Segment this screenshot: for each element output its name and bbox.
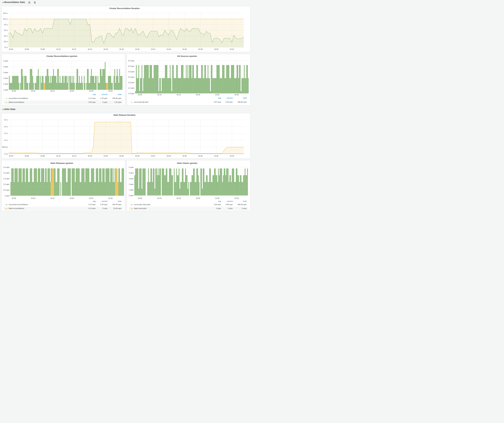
- svg-text:15:15: 15:15: [176, 197, 181, 199]
- svg-text:1.0 opm: 1.0 opm: [128, 93, 134, 94]
- svg-text:15:25: 15:25: [215, 197, 219, 199]
- svg-text:15:05: 15:05: [12, 197, 16, 199]
- svg-text:4 opm: 4 opm: [3, 66, 8, 68]
- svg-text:15:25: 15:25: [89, 90, 93, 92]
- svg-text:15:18: 15:18: [119, 48, 124, 50]
- svg-text:0 opm: 0 opm: [5, 195, 10, 197]
- svg-text:0 opm: 0 opm: [129, 194, 133, 196]
- svg-text:15:10: 15:10: [31, 90, 35, 92]
- svg-text:15:25: 15:25: [89, 197, 93, 199]
- svg-text:3.0 opm: 3.0 opm: [128, 71, 134, 73]
- svg-text:8.5 s: 8.5 s: [4, 35, 8, 37]
- svg-text:2.5 opm: 2.5 opm: [128, 76, 134, 78]
- svg-text:1.5 s: 1.5 s: [4, 132, 8, 134]
- svg-text:1 opm: 1 opm: [3, 83, 8, 85]
- svg-text:15:28: 15:28: [198, 48, 203, 50]
- svg-text:3 opm: 3 opm: [129, 178, 133, 180]
- svg-text:15:06: 15:06: [25, 155, 29, 157]
- svg-text:1 opm: 1 opm: [129, 189, 133, 191]
- svg-text:15:10: 15:10: [56, 155, 60, 157]
- svg-text:15:32: 15:32: [230, 48, 234, 50]
- svg-text:15:24: 15:24: [167, 48, 171, 50]
- svg-text:15:20: 15:20: [196, 94, 200, 96]
- svg-text:9.0 s: 9.0 s: [4, 29, 8, 31]
- svg-text:4.0 opm: 4.0 opm: [128, 60, 134, 62]
- svg-text:15:08: 15:08: [40, 48, 45, 50]
- svg-text:15:22: 15:22: [151, 48, 155, 50]
- svg-text:2.0 opm: 2.0 opm: [128, 82, 134, 83]
- svg-text:0.5 opm: 0.5 opm: [3, 189, 10, 191]
- svg-text:15:25: 15:25: [215, 94, 219, 96]
- svg-text:9.5 s: 9.5 s: [4, 24, 8, 26]
- svg-text:1.5 opm: 1.5 opm: [3, 178, 10, 180]
- svg-text:15:32: 15:32: [230, 155, 234, 157]
- svg-text:15:15: 15:15: [50, 197, 54, 199]
- svg-text:15:15: 15:15: [176, 94, 181, 96]
- svg-text:3 opm: 3 opm: [3, 71, 8, 73]
- svg-text:1.5 opm: 1.5 opm: [128, 87, 134, 89]
- svg-text:7.5 s: 7.5 s: [4, 47, 8, 48]
- svg-text:15:22: 15:22: [151, 155, 155, 157]
- svg-text:1.0 opm: 1.0 opm: [3, 183, 10, 185]
- svg-text:15:30: 15:30: [234, 94, 239, 96]
- svg-text:15:04: 15:04: [9, 48, 13, 50]
- svg-text:0 opm: 0 opm: [3, 89, 8, 91]
- svg-text:2.0 opm: 2.0 opm: [3, 172, 10, 174]
- svg-text:15:14: 15:14: [88, 48, 92, 50]
- svg-text:15:16: 15:16: [103, 48, 108, 50]
- svg-text:15:26: 15:26: [182, 48, 187, 50]
- svg-text:15:20: 15:20: [70, 197, 74, 199]
- svg-text:15:04: 15:04: [9, 155, 13, 157]
- svg-text:15:28: 15:28: [198, 155, 203, 157]
- svg-text:15:20: 15:20: [135, 155, 139, 157]
- svg-text:8.0 s: 8.0 s: [4, 41, 8, 43]
- svg-text:15:08: 15:08: [40, 155, 45, 157]
- svg-text:15:12: 15:12: [72, 155, 76, 157]
- svg-text:15:24: 15:24: [167, 155, 171, 157]
- svg-text:15:30: 15:30: [214, 48, 218, 50]
- svg-text:500 ms: 500 ms: [2, 146, 8, 148]
- svg-text:15:30: 15:30: [108, 90, 113, 92]
- svg-text:3.5 opm: 3.5 opm: [128, 65, 134, 67]
- svg-text:15:30: 15:30: [108, 197, 113, 199]
- svg-text:10.5 s: 10.5 s: [3, 12, 8, 14]
- svg-text:2 opm: 2 opm: [3, 77, 8, 79]
- svg-text:15:14: 15:14: [88, 155, 92, 157]
- svg-text:4 opm: 4 opm: [129, 172, 133, 174]
- svg-text:15:10: 15:10: [157, 197, 162, 199]
- svg-text:15:30: 15:30: [234, 197, 239, 199]
- svg-text:15:10: 15:10: [157, 94, 162, 96]
- svg-text:2.0 s: 2.0 s: [4, 125, 8, 127]
- svg-text:15:26: 15:26: [182, 155, 187, 157]
- svg-text:15:20: 15:20: [196, 197, 200, 199]
- svg-text:2 opm: 2 opm: [129, 183, 133, 185]
- svg-text:15:20: 15:20: [135, 48, 139, 50]
- svg-text:15:30: 15:30: [214, 155, 218, 157]
- svg-text:5 opm: 5 opm: [3, 60, 8, 62]
- svg-text:2.5 s: 2.5 s: [4, 119, 8, 121]
- svg-text:0 ns: 0 ns: [4, 153, 8, 155]
- svg-text:15:05: 15:05: [138, 94, 142, 96]
- svg-text:15:06: 15:06: [25, 48, 29, 50]
- svg-text:15:05: 15:05: [12, 90, 16, 92]
- svg-text:15:18: 15:18: [119, 155, 124, 157]
- svg-text:15:05: 15:05: [138, 197, 142, 199]
- svg-text:15:10: 15:10: [31, 197, 35, 199]
- svg-text:15:16: 15:16: [103, 155, 108, 157]
- svg-text:15:10: 15:10: [56, 48, 60, 50]
- svg-text:15:12: 15:12: [72, 48, 76, 50]
- svg-text:1.0 s: 1.0 s: [4, 139, 8, 141]
- svg-text:5 opm: 5 opm: [129, 166, 133, 168]
- svg-text:2.5 opm: 2.5 opm: [3, 166, 10, 168]
- svg-text:15:15: 15:15: [50, 90, 54, 92]
- svg-text:15:20: 15:20: [70, 90, 74, 92]
- svg-text:10.0 s: 10.0 s: [3, 18, 8, 20]
